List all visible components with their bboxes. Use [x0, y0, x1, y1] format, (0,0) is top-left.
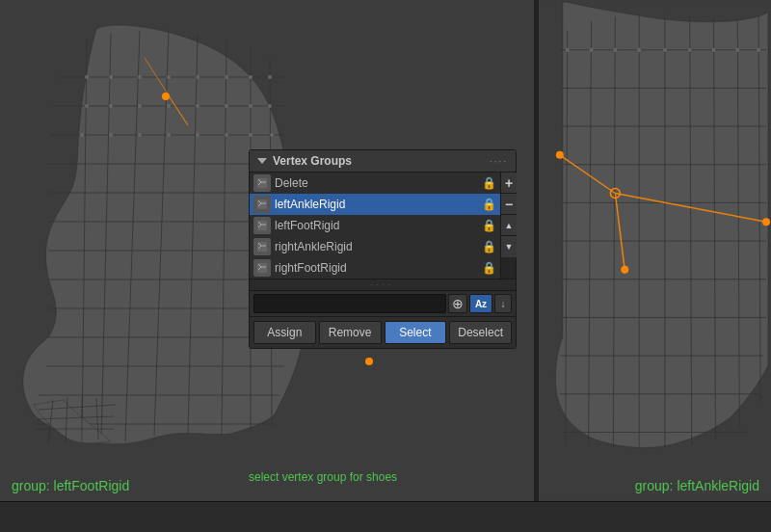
svg-point-33	[196, 75, 199, 79]
svg-point-85	[735, 48, 739, 52]
svg-point-32	[167, 75, 171, 79]
vertex-groups-panel: Vertex Groups ···· Delete	[249, 149, 517, 349]
viewport-separator	[534, 0, 537, 501]
svg-point-39	[138, 104, 142, 108]
hint-text: select vertex group for shoes	[249, 470, 397, 484]
svg-point-54	[365, 358, 373, 365]
weight-input[interactable]	[253, 294, 446, 313]
collapse-triangle	[257, 158, 267, 164]
vg-item-rightankle[interactable]: rightAnkleRigid 🔒	[250, 236, 500, 257]
action-buttons-row: Assign Remove Select Deselect	[250, 316, 516, 348]
svg-point-80	[613, 48, 617, 52]
weight-input-row: ⊕ Az ↓	[250, 290, 516, 316]
viewport-right[interactable]: group: leftAnkleRigid	[537, 0, 771, 501]
svg-point-84	[712, 48, 716, 52]
vg-icon-rightfoot	[253, 259, 271, 277]
vg-item-leftfoot[interactable]: leftFootRigid 🔒	[250, 215, 500, 236]
panel-dots: ····	[490, 156, 508, 167]
svg-point-52	[270, 133, 274, 137]
svg-point-83	[688, 48, 692, 52]
add-to-input-button[interactable]: ⊕	[448, 294, 467, 313]
panel-title: Vertex Groups	[273, 154, 490, 168]
svg-point-30	[109, 75, 113, 79]
svg-point-44	[268, 104, 272, 108]
vg-label-rightfoot: rightFootRigid	[275, 261, 478, 275]
svg-point-37	[85, 104, 89, 108]
svg-point-29	[85, 75, 89, 79]
vg-lock-leftfoot: 🔒	[482, 219, 496, 232]
svg-point-50	[225, 133, 228, 137]
remove-button[interactable]: Remove	[319, 321, 382, 344]
az-sort-button[interactable]: Az	[469, 294, 492, 313]
group-label-right: group: leftAnkleRigid	[635, 478, 759, 493]
svg-point-35	[249, 75, 253, 79]
vg-lock-delete: 🔒	[482, 176, 496, 190]
group-label-left: group: leftFootRigid	[12, 478, 129, 493]
svg-point-38	[109, 104, 113, 108]
scroll-down-button[interactable]: ▼	[501, 236, 517, 257]
vg-icon-leftfoot	[253, 217, 271, 234]
svg-point-82	[663, 48, 667, 52]
vg-item-delete[interactable]: Delete 🔒	[250, 173, 500, 194]
svg-point-40	[167, 104, 171, 108]
svg-point-45	[80, 133, 84, 137]
svg-point-43	[249, 104, 253, 108]
svg-point-79	[590, 48, 594, 52]
vg-label-rightankle: rightAnkleRigid	[275, 240, 478, 253]
vertex-groups-header[interactable]: Vertex Groups ····	[250, 150, 516, 173]
svg-point-93	[621, 266, 628, 274]
assign-button[interactable]: Assign	[253, 321, 316, 344]
svg-point-47	[138, 133, 142, 137]
svg-point-31	[138, 75, 142, 79]
remove-group-button[interactable]: −	[501, 194, 517, 215]
vg-lock-leftankle: 🔒	[482, 198, 496, 211]
scroll-up-button[interactable]: ▲	[501, 215, 517, 236]
svg-point-48	[167, 133, 171, 137]
svg-point-81	[637, 48, 641, 52]
mesh-right	[539, 0, 771, 501]
select-button[interactable]: Select	[385, 321, 447, 344]
resize-handle[interactable]: ····	[250, 279, 516, 290]
vg-item-rightfoot[interactable]: rightFootRigid 🔒	[250, 257, 500, 279]
svg-point-46	[109, 133, 113, 137]
vg-lock-rightankle: 🔒	[482, 240, 496, 253]
vertex-group-list: Delete 🔒 leftAnkleRigid 🔒	[250, 173, 500, 279]
vg-icon-rightankle	[253, 238, 271, 255]
vg-label-leftfoot: leftFootRigid	[275, 219, 478, 232]
svg-point-78	[566, 48, 570, 52]
vg-item-leftankle[interactable]: leftAnkleRigid 🔒	[250, 194, 500, 215]
svg-point-42	[225, 104, 228, 108]
svg-point-51	[249, 133, 253, 137]
deselect-button[interactable]: Deselect	[449, 321, 512, 344]
svg-point-86	[757, 48, 760, 52]
sort-direction-button[interactable]: ↓	[494, 294, 512, 313]
vg-lock-rightfoot: 🔒	[482, 261, 496, 275]
add-group-button[interactable]: +	[501, 173, 517, 194]
bottom-bar	[0, 501, 771, 532]
svg-point-36	[268, 75, 272, 79]
svg-point-41	[196, 104, 199, 108]
svg-point-34	[225, 75, 228, 79]
viewport-container: group: leftFootRigid	[0, 0, 771, 532]
vg-icon-leftankle	[253, 196, 271, 213]
vg-label-leftankle: leftAnkleRigid	[275, 198, 478, 211]
vg-label-delete: Delete	[275, 176, 478, 190]
vg-icon-delete	[253, 174, 271, 192]
svg-point-49	[196, 133, 199, 137]
svg-point-53	[162, 93, 170, 100]
